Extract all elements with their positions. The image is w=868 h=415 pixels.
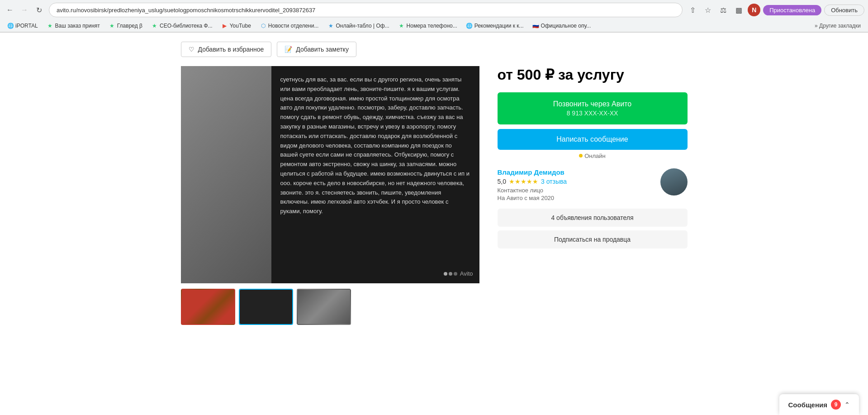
bookmark-label-online-table: Онлайн-табло | Оф...	[336, 23, 389, 29]
thumbnail-2-inner	[240, 290, 292, 324]
info-section: от 500 ₽ за услугу Позвонить через Авито…	[498, 66, 688, 325]
reviews-link[interactable]: 3 отзыва	[541, 178, 567, 185]
bookmark-label-order: Ваш заказ принят	[55, 23, 100, 29]
profile-avatar[interactable]: N	[748, 4, 760, 16]
bookmark-icon-iportal: 🌐	[7, 23, 14, 29]
note-label: Добавить заметку	[296, 46, 349, 53]
call-button[interactable]: Позвонить через Авито 8 913 ХХХ-ХХ-ХХ	[498, 92, 688, 124]
thumbnails-row	[181, 289, 479, 325]
bookmark-label-official: Официальное опу...	[541, 23, 591, 29]
bookmark-label-iportal: iPORTAL	[15, 23, 38, 29]
subscribe-button[interactable]: Подписаться на продавца	[498, 230, 688, 248]
avito-logo-dots	[444, 272, 457, 276]
split-view-button[interactable]: ▩	[732, 4, 745, 16]
bookmarks-bar: 🌐 iPORTAL ★ Ваш заказ принят ★ Главред β…	[0, 20, 868, 32]
nav-buttons: ← → ↻	[4, 4, 45, 16]
bookmark-glavred[interactable]: ★ Главред β	[105, 22, 146, 30]
thumbnail-3[interactable]	[297, 289, 351, 325]
main-layout: суетнусь для вас, за вас. если вы с друг…	[181, 66, 688, 325]
message-button[interactable]: Написать сообщение	[498, 129, 688, 150]
avito-dot-3	[454, 272, 457, 276]
paused-button[interactable]: Приостановлена	[763, 5, 821, 15]
bookmark-iportal[interactable]: 🌐 iPORTAL	[4, 22, 42, 30]
note-icon: 📝	[285, 46, 292, 53]
bookmark-icon-order: ★	[47, 23, 53, 29]
more-bookmarks-button[interactable]: » Другие закладки	[811, 22, 864, 30]
image-right-text: суетнусь для вас, за вас. если вы с друг…	[271, 66, 479, 283]
avito-dot-2	[449, 272, 452, 276]
seller-rating-row: 5,0 ★★★★★ 3 отзыва	[498, 178, 655, 185]
avito-watermark-text: Avito	[460, 270, 473, 277]
avito-dot-1	[444, 272, 447, 276]
image-section: суетнусь для вас, за вас. если вы с друг…	[181, 66, 479, 325]
thumbnail-1[interactable]	[181, 289, 235, 325]
back-button[interactable]: ←	[4, 4, 16, 16]
refresh-button[interactable]: Обновить	[824, 5, 864, 16]
image-left-gradient	[181, 66, 271, 283]
bookmark-icon-glavred: ★	[109, 23, 115, 29]
seller-since-label: На Авито с мая 2020	[498, 195, 655, 201]
forward-button[interactable]: →	[18, 4, 31, 16]
bookmark-star-button[interactable]: ☆	[702, 4, 714, 16]
bookmark-phone[interactable]: ★ Номера телефоно...	[395, 22, 461, 30]
bookmark-icon-official: 🇷🇺	[533, 23, 539, 29]
bookmark-seo[interactable]: ★ СЕО-библиотека Ф...	[148, 22, 216, 30]
bookmark-online-table[interactable]: ★ Онлайн-табло | Оф...	[324, 22, 393, 30]
bookmark-icon-online-table: ★	[327, 23, 334, 29]
seller-type-label: Контактное лицо	[498, 187, 655, 194]
bookmark-youtube[interactable]: ▶ YouTube	[218, 22, 255, 30]
online-dot-icon	[579, 154, 583, 157]
seller-details: Владимир Демидов 5,0 ★★★★★ 3 отзыва Конт…	[498, 168, 655, 201]
thumbnail-2[interactable]	[239, 289, 293, 325]
action-buttons-row: ♡ Добавить в избранное 📝 Добавить заметк…	[181, 42, 688, 57]
bookmark-recommendations[interactable]: 🌐 Рекомендации к к...	[463, 22, 527, 30]
extensions-button[interactable]: ⚖	[717, 4, 730, 16]
bookmark-icon-recommendations: 🌐	[466, 23, 473, 29]
browser-chrome: ← → ↻ ⇧ ☆ ⚖ ▩ N Приостановлена Обновить …	[0, 0, 868, 33]
listings-button[interactable]: 4 объявления пользователя	[498, 209, 688, 227]
favorite-label: Добавить в избранное	[198, 46, 264, 53]
main-image[interactable]: суетнусь для вас, за вас. если вы с друг…	[181, 66, 479, 283]
share-button[interactable]: ⇧	[686, 4, 699, 16]
seller-avatar[interactable]	[660, 168, 688, 196]
bookmark-icon-phone: ★	[398, 23, 405, 29]
bookmark-icon-youtube: ▶	[222, 23, 228, 29]
bookmark-official[interactable]: 🇷🇺 Официальное опу...	[529, 22, 595, 30]
browser-toolbar: ← → ↻ ⇧ ☆ ⚖ ▩ N Приостановлена Обновить	[0, 0, 868, 20]
online-status: Онлайн	[498, 153, 688, 159]
price-text: от 500 ₽ за услугу	[498, 66, 688, 83]
bookmark-icon-news: ⬡	[260, 23, 266, 29]
note-button[interactable]: 📝 Добавить заметку	[277, 42, 356, 57]
phone-number: 8 913 ХХХ-ХХ-ХХ	[505, 109, 680, 117]
rating-stars: ★★★★★	[509, 178, 538, 185]
online-status-label: Онлайн	[584, 153, 606, 159]
seller-info: Владимир Демидов 5,0 ★★★★★ 3 отзыва Конт…	[498, 168, 688, 201]
bookmark-label-phone: Номера телефоно...	[407, 23, 457, 29]
bookmark-label-youtube: YouTube	[230, 23, 251, 29]
favorite-button[interactable]: ♡ Добавить в избранное	[181, 42, 272, 57]
bookmark-label-seo: СЕО-библиотека Ф...	[160, 23, 213, 29]
bookmark-label-recommendations: Рекомендации к к...	[474, 23, 524, 29]
call-button-label: Позвонить через Авито	[505, 100, 680, 109]
browser-actions: ⇧ ☆ ⚖ ▩ N Приостановлена Обновить	[686, 4, 864, 16]
avito-watermark: Avito	[444, 270, 473, 277]
seller-name-link[interactable]: Владимир Демидов	[498, 168, 655, 176]
bookmark-icon-seo: ★	[152, 23, 158, 29]
image-description-text: суетнусь для вас, за вас. если вы с друг…	[280, 75, 470, 216]
bookmark-news[interactable]: ⬡ Новости отделени...	[256, 22, 323, 30]
address-bar[interactable]	[49, 3, 683, 17]
page-content: ♡ Добавить в избранное 📝 Добавить заметк…	[163, 33, 706, 334]
avatar-image	[660, 168, 688, 196]
bookmark-label-glavred: Главред β	[117, 23, 142, 29]
bookmark-order[interactable]: ★ Ваш заказ принят	[43, 22, 104, 30]
rating-number: 5,0	[498, 178, 506, 185]
bookmark-label-news: Новости отделени...	[268, 23, 319, 29]
reload-button[interactable]: ↻	[33, 4, 45, 16]
heart-icon: ♡	[189, 46, 194, 53]
